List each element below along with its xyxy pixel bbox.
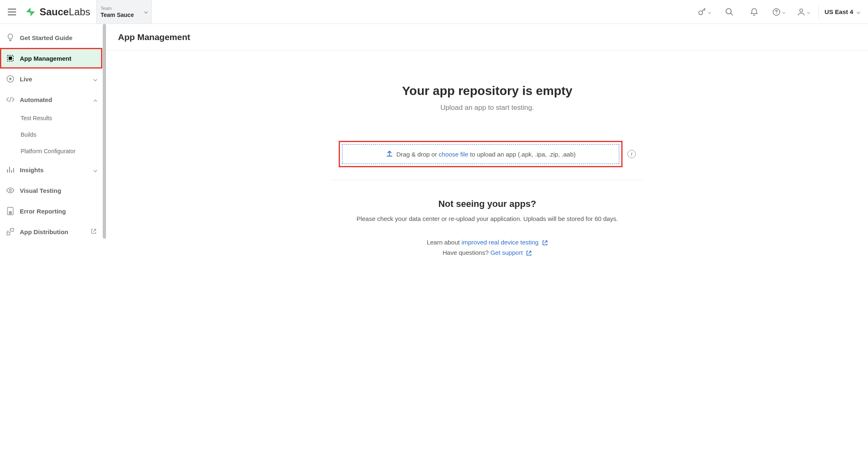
brand-text: SauceLabs [40,6,90,18]
api-keys-button[interactable] [692,7,717,17]
bar-chart-icon [6,165,15,174]
chevron-down-icon [708,8,711,16]
get-support-link[interactable]: Get support [491,249,523,256]
external-link-icon [526,250,532,256]
svg-point-3 [800,9,803,12]
sidebar-subitem-builds[interactable]: Builds [0,126,102,143]
sidebar-item-label: Automated [20,96,52,103]
code-icon [6,95,15,104]
eye-icon [6,186,15,195]
sidebar-item-error-reporting[interactable]: Error Reporting [0,201,102,221]
sidebar: Get Started Guide App Management Live Au… [0,24,102,349]
sidebar-item-label: Insights [20,166,44,173]
chevron-up-icon [93,96,97,103]
sidebar-subitem-label: Platform Configurator [21,148,75,154]
svg-point-7 [9,190,12,192]
sidebar-item-label: Visual Testing [20,187,61,194]
support-line: Have questions? Get support [443,249,532,256]
svg-rect-8 [7,207,13,215]
sidebar-scrollbar[interactable] [102,24,106,349]
user-icon [797,7,806,17]
sidebar-item-app-distribution[interactable]: App Distribution [0,221,102,242]
chevron-down-icon [807,8,810,16]
dropzone-text: Drag & drop or choose file to upload an … [396,151,576,158]
svg-rect-11 [7,232,10,235]
key-icon [698,7,707,17]
sidebar-item-label: App Management [20,55,71,62]
sidebar-item-app-management[interactable]: App Management [0,48,102,69]
team-label: Team [101,6,147,11]
svg-rect-10 [11,228,14,231]
notifications-button[interactable] [742,7,767,17]
sidebar-item-label: Error Reporting [20,208,66,215]
chevron-down-icon [93,76,97,83]
sidebar-item-label: Get Started Guide [20,34,73,41]
sidebar-item-insights[interactable]: Insights [0,159,102,180]
header: SauceLabs Team Team Sauce [0,0,868,24]
svg-point-0 [699,11,703,14]
chevron-down-icon [782,8,785,16]
lightbulb-icon [6,33,15,42]
error-icon [6,206,15,216]
empty-state-title: Your app repository is empty [402,84,573,98]
sidebar-subitem-platform-configurator[interactable]: Platform Configurator [0,143,102,159]
not-seeing-apps-title: Not seeing your apps? [438,199,536,209]
sidebar-subitem-label: Test Results [21,115,52,121]
divider [818,6,819,18]
page-title: App Management [106,24,868,51]
sidebar-item-automated[interactable]: Automated [0,89,102,110]
upload-dropzone[interactable]: Drag & drop or choose file to upload an … [342,144,619,164]
sidebar-item-label: App Distribution [20,228,68,235]
info-button[interactable]: i [627,150,636,158]
hamburger-icon [8,9,16,15]
chevron-down-icon [93,166,97,173]
team-selector[interactable]: Team Team Sauce [96,0,152,24]
main-content: App Management Your app repository is em… [106,24,868,349]
chevron-down-icon [144,9,148,14]
sidebar-item-live[interactable]: Live [0,69,102,89]
sidebar-item-visual-testing[interactable]: Visual Testing [0,180,102,201]
brand-logo[interactable]: SauceLabs [24,0,96,24]
account-button[interactable] [791,7,816,17]
upload-icon [386,150,393,159]
divider [330,180,644,180]
external-link-icon [542,240,548,246]
region-selector[interactable]: US East 4 [821,8,864,15]
play-icon [6,74,15,83]
chevron-down-icon [856,8,861,15]
help-button[interactable] [767,7,791,17]
sidebar-subitem-test-results[interactable]: Test Results [0,110,102,126]
team-name: Team Sauce [101,12,147,18]
search-icon [725,7,734,17]
info-icon: i [631,151,632,157]
learn-about-line: Learn about improved real device testing [427,239,547,246]
sidebar-item-label: Live [20,76,32,83]
header-actions: US East 4 [692,0,868,24]
sidebar-item-get-started[interactable]: Get Started Guide [0,27,102,48]
sidebar-subitem-label: Builds [21,131,36,138]
not-seeing-apps-subtitle: Please check your data center or re-uplo… [356,215,618,222]
sauce-logo-icon [25,6,36,18]
external-link-icon [91,228,97,235]
improved-testing-link[interactable]: improved real device testing [462,239,539,246]
help-icon [772,7,781,17]
svg-rect-5 [9,57,12,60]
bell-icon [750,7,759,17]
distribution-icon [6,227,15,236]
region-label: US East 4 [825,8,853,15]
highlight-annotation: Drag & drop or choose file to upload an … [339,141,623,167]
choose-file-link[interactable]: choose file [439,151,468,158]
hamburger-menu-button[interactable] [0,0,24,24]
app-icon [6,54,15,63]
scrollbar-thumb[interactable] [103,24,106,239]
search-button[interactable] [717,7,742,17]
svg-point-1 [726,8,731,14]
empty-state-subtitle: Upload an app to start testing. [441,104,534,112]
